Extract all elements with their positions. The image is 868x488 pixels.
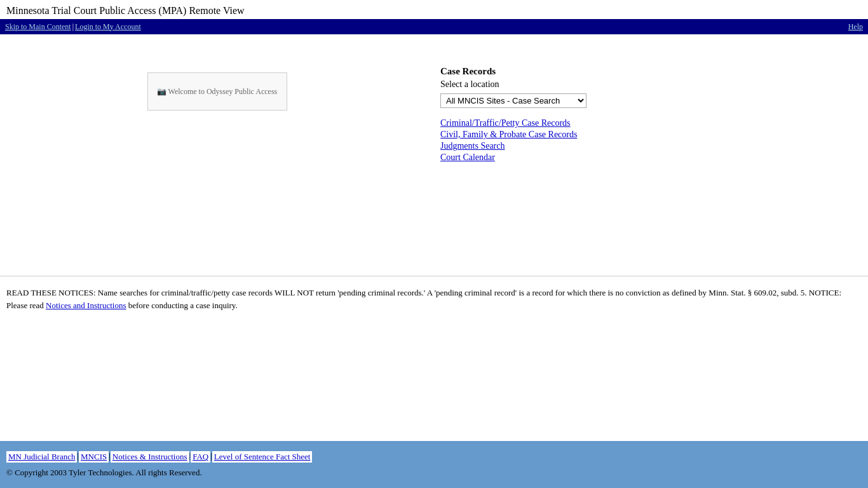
footer: MN Judicial Branch | MNCIS | Notices & I… <box>0 441 868 488</box>
left-column: 📷 Welcome to Odyssey Public Access <box>6 60 428 263</box>
case-records-links: Criminal/Traffic/Petty Case Records Civi… <box>440 118 862 163</box>
footer-copyright: © Copyright 2003 Tyler Technologies. All… <box>6 468 862 478</box>
notices-footer-link[interactable]: Notices & Instructions <box>111 451 189 463</box>
notices-instructions-link[interactable]: Notices and Instructions <box>46 301 126 310</box>
main-content: 📷 Welcome to Odyssey Public Access Case … <box>0 34 868 276</box>
civil-family-link[interactable]: Civil, Family & Probate Case Records <box>440 130 862 140</box>
mncis-footer-link[interactable]: MNCIS <box>79 451 109 463</box>
welcome-image: 📷 Welcome to Odyssey Public Access <box>147 72 287 111</box>
footer-links: MN Judicial Branch | MNCIS | Notices & I… <box>6 451 862 463</box>
judgments-link[interactable]: Judgments Search <box>440 141 862 151</box>
case-records-heading: Case Records <box>440 66 862 77</box>
page-title: Minnesota Trial Court Public Access (MPA… <box>0 0 868 19</box>
help-link[interactable]: Help <box>848 22 863 32</box>
right-column: Case Records Select a location All MNCIS… <box>428 60 862 263</box>
skip-to-main-link[interactable]: Skip to Main Content <box>5 22 71 32</box>
login-link[interactable]: Login to My Account <box>75 22 141 32</box>
faq-footer-link[interactable]: FAQ <box>191 451 210 463</box>
notice-section: READ THESE NOTICES: Name searches for cr… <box>0 276 868 322</box>
nav-separator-1: | <box>72 22 74 32</box>
notice-text-after: before conducting a case inquiry. <box>126 301 237 310</box>
location-dropdown[interactable]: All MNCIS Sites - Case SearchAitkin Coun… <box>440 93 587 108</box>
welcome-image-label: 📷 Welcome to Odyssey Public Access <box>157 87 277 97</box>
criminal-traffic-link[interactable]: Criminal/Traffic/Petty Case Records <box>440 118 862 128</box>
court-calendar-link[interactable]: Court Calendar <box>440 152 862 163</box>
select-location-label: Select a location <box>440 79 862 90</box>
nav-bar: Skip to Main Content | Login to My Accou… <box>0 19 868 34</box>
nav-links-left: Skip to Main Content | Login to My Accou… <box>5 22 141 32</box>
sentence-footer-link[interactable]: Level of Sentence Fact Sheet <box>212 451 313 463</box>
mn-judicial-footer-link[interactable]: MN Judicial Branch <box>6 451 77 463</box>
